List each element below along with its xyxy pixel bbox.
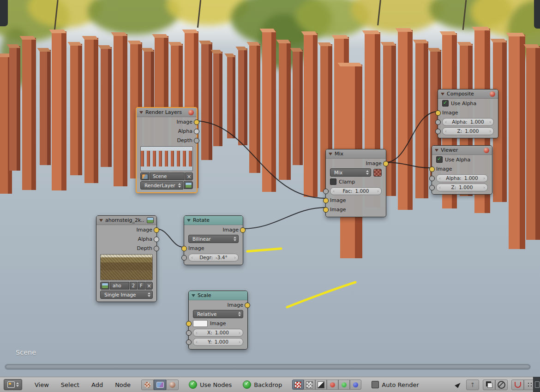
alpha-output-socket[interactable] — [194, 129, 199, 134]
backdrop-green-button[interactable] — [338, 380, 350, 390]
x-input-socket[interactable] — [186, 330, 192, 336]
render-layers-header[interactable]: Render Layers — [137, 108, 197, 117]
filter-dropdown[interactable]: Bilinear — [188, 235, 239, 243]
image-input-socket[interactable] — [429, 166, 435, 172]
image-name-field[interactable]: aho — [110, 282, 129, 290]
image-unlink-button[interactable] — [145, 282, 153, 290]
use-alpha-toggle-icon[interactable] — [373, 169, 382, 177]
image-node[interactable]: ahornsteig_2k... Image Alpha Depth aho 2… — [96, 215, 157, 302]
y-slider[interactable]: Y: 1.000 — [193, 338, 243, 346]
alpha-row: Alpha: 1.000 — [432, 173, 492, 183]
z-input-socket[interactable] — [435, 129, 441, 134]
compositing-nodes-button[interactable] — [154, 380, 166, 390]
viewer-node[interactable]: Viewer Use Alpha Image Alpha: 1.000 — [432, 145, 492, 195]
menu-view[interactable]: View — [29, 381, 55, 388]
alpha-slider[interactable]: Alpha: 1.000 — [442, 118, 494, 126]
scrollbar-thumb[interactable] — [6, 365, 530, 369]
collapse-icon[interactable] — [441, 93, 444, 95]
composite-header[interactable]: Composite — [438, 89, 498, 99]
editor-type-button[interactable] — [4, 379, 22, 390]
rotate-node[interactable]: Rotate Image Bilinear Image Degr: — [184, 215, 243, 265]
use-alpha-checkbox[interactable] — [442, 100, 449, 107]
depth-output-socket[interactable] — [194, 138, 199, 143]
collapse-icon[interactable] — [192, 294, 195, 297]
shader-nodes-icon — [144, 382, 150, 388]
rotate-header[interactable]: Rotate — [184, 216, 243, 225]
clamp-checkbox[interactable] — [330, 178, 336, 185]
image-input-socket[interactable] — [186, 321, 192, 327]
menu-add[interactable]: Add — [85, 381, 109, 388]
image-input-socket[interactable] — [181, 246, 187, 251]
horizontal-scrollbar[interactable] — [5, 364, 531, 370]
render-layer-dropdown[interactable]: RenderLayer — [140, 181, 183, 190]
backdrop-alpha-button[interactable] — [315, 380, 327, 390]
image-output-socket[interactable] — [245, 303, 250, 308]
image1-input-socket[interactable] — [323, 198, 329, 203]
source-dropdown[interactable]: Single Image — [100, 291, 153, 299]
parent-node-tree-button[interactable] — [466, 380, 479, 390]
image-output-socket[interactable] — [383, 161, 389, 166]
image2-input-socket[interactable] — [323, 207, 329, 213]
snap-toggle-button[interactable] — [511, 380, 524, 390]
collapse-icon[interactable] — [329, 153, 332, 155]
menu-select[interactable]: Select — [55, 381, 85, 388]
auto-render-checkbox[interactable] — [372, 381, 379, 388]
alpha-input-socket[interactable] — [429, 176, 435, 181]
collapse-icon[interactable] — [99, 219, 103, 222]
scale-header[interactable]: Scale — [189, 291, 247, 300]
backdrop-red-button[interactable] — [327, 380, 338, 390]
scene-unlink-button[interactable] — [185, 172, 193, 180]
image-node-header[interactable]: ahornsteig_2k... — [96, 216, 156, 225]
image-output-socket[interactable] — [194, 119, 199, 125]
auto-render-toggle[interactable]: Auto Render — [372, 381, 419, 388]
mix-node[interactable]: Mix Image Mix Clamp Fac: — [325, 149, 386, 217]
menu-node[interactable]: Node — [109, 381, 137, 388]
render-single-layer-button[interactable] — [184, 181, 193, 189]
y-input-socket[interactable] — [186, 339, 192, 345]
degrees-slider[interactable]: Degr: -3.4° — [188, 254, 239, 261]
collapse-icon[interactable] — [139, 111, 143, 114]
backdrop-color-alpha-button[interactable] — [292, 380, 304, 390]
alpha-input-socket[interactable] — [435, 119, 441, 125]
image-browse-button[interactable] — [100, 282, 109, 290]
texture-nodes-button[interactable] — [166, 380, 179, 390]
fac-slider[interactable]: Fac: 1.000 — [330, 187, 382, 195]
pin-icon[interactable] — [455, 381, 462, 388]
image-output-socket[interactable] — [154, 227, 159, 233]
render-region-button[interactable] — [483, 380, 495, 390]
viewer-header[interactable]: Viewer — [432, 146, 492, 155]
compositor-canvas[interactable]: Render Layers Image Alpha Depth Scene — [0, 0, 540, 377]
users-count-button[interactable]: 2 — [130, 282, 137, 290]
scene-browse-button[interactable] — [140, 172, 150, 180]
use-nodes-toggle[interactable]: Use Nodes — [189, 380, 232, 389]
fake-user-button[interactable]: F — [138, 282, 145, 290]
collapse-icon[interactable] — [435, 149, 438, 152]
degrees-input-socket[interactable] — [181, 255, 187, 261]
scale-node[interactable]: Scale Image Relative Image X: — [188, 291, 248, 350]
z-input-socket[interactable] — [429, 185, 435, 190]
fac-row: Fac: 1.000 — [326, 186, 386, 196]
backdrop-toggle[interactable]: Backdrop — [243, 380, 282, 389]
alpha-output-socket[interactable] — [154, 237, 159, 242]
x-slider[interactable]: X: 1.000 — [193, 329, 243, 337]
composite-node[interactable]: Composite Use Alpha Image Alpha: 1.000 — [438, 89, 498, 138]
z-slider[interactable]: Z: 1.000 — [442, 127, 494, 135]
fac-input-socket[interactable] — [323, 189, 329, 194]
collapse-icon[interactable] — [187, 219, 191, 222]
backdrop-blue-button[interactable] — [350, 380, 361, 390]
use-alpha-checkbox[interactable] — [436, 156, 443, 163]
image-input-socket[interactable] — [435, 110, 441, 116]
shader-nodes-button[interactable] — [141, 380, 154, 390]
z-slider[interactable]: Z: 1.000 — [436, 184, 488, 191]
scene-name-field[interactable]: Scene — [150, 172, 185, 180]
space-dropdown[interactable]: Relative — [193, 310, 243, 318]
proportional-edit-button[interactable] — [495, 380, 508, 390]
render-layers-node[interactable]: Render Layers Image Alpha Depth Scene — [136, 107, 198, 193]
image-default-swatch[interactable] — [193, 320, 208, 327]
mix-header[interactable]: Mix — [326, 149, 386, 159]
image-output-socket[interactable] — [240, 227, 246, 233]
depth-output-socket[interactable] — [154, 246, 159, 251]
alpha-slider[interactable]: Alpha: 1.000 — [436, 174, 488, 182]
backdrop-color-button[interactable] — [304, 380, 315, 390]
blend-mode-dropdown[interactable]: Mix — [330, 168, 371, 177]
